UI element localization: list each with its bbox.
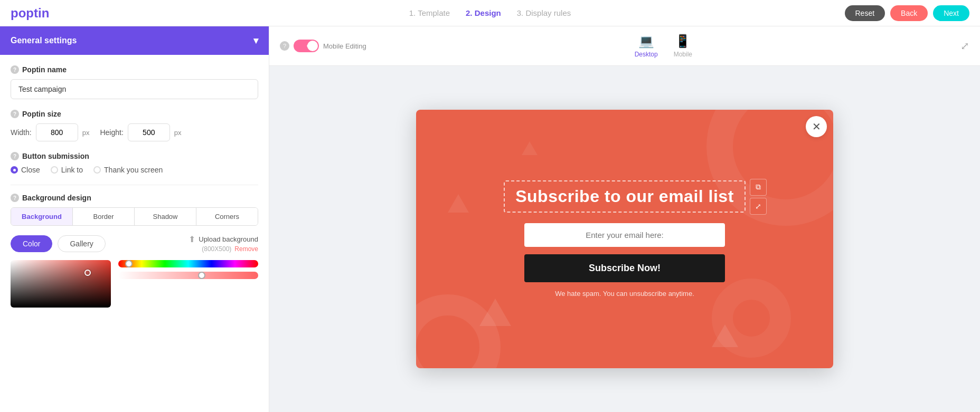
panel-body: ? Poptin name ? Poptin size Width: px bbox=[0, 55, 269, 329]
tab-border[interactable]: Border bbox=[73, 208, 135, 225]
panel-header[interactable]: General settings ▾ bbox=[0, 26, 269, 55]
popup-subscribe-button[interactable]: Subscribe Now! bbox=[524, 254, 725, 282]
left-panel: General settings ▾ ? Poptin name ? Popti… bbox=[0, 26, 269, 412]
logo: poptin bbox=[11, 6, 49, 21]
radio-close-dot bbox=[11, 166, 18, 174]
popup-preview: ✕ Subscribe to our email list ⧉ ⤢ Subscr… bbox=[416, 110, 833, 368]
poptin-name-input[interactable] bbox=[11, 79, 258, 99]
nav-buttons: Reset Back Next bbox=[845, 5, 970, 21]
color-button[interactable]: Color bbox=[11, 235, 52, 252]
radio-link-to[interactable]: Link to bbox=[51, 166, 83, 174]
color-sliders bbox=[118, 260, 258, 279]
height-group: Height: px bbox=[100, 123, 181, 141]
deco-triangle-1 bbox=[479, 299, 511, 326]
popup-title[interactable]: Subscribe to our email list bbox=[515, 187, 734, 206]
preview-area: ✕ Subscribe to our email list ⧉ ⤢ Subscr… bbox=[269, 66, 980, 412]
tab-background[interactable]: Background bbox=[11, 208, 73, 225]
deco-triangle-2 bbox=[448, 194, 469, 213]
expand-button[interactable]: ⤢ bbox=[960, 40, 969, 52]
upload-row[interactable]: ⬆ Upload background bbox=[189, 234, 258, 244]
upload-sub: (800X500) bbox=[202, 245, 231, 253]
mobile-label: Mobile bbox=[674, 51, 692, 58]
radio-close[interactable]: Close bbox=[11, 166, 40, 174]
width-label: Width: bbox=[11, 128, 32, 137]
color-gradient[interactable] bbox=[11, 260, 111, 308]
popup-title-box: Subscribe to our email list bbox=[504, 180, 746, 213]
button-submission-help-icon[interactable]: ? bbox=[11, 152, 19, 160]
background-design-group: ? Background design Background Border Sh… bbox=[11, 194, 258, 308]
radio-group: Close Link to Thank you screen bbox=[11, 166, 258, 174]
opacity-slider[interactable] bbox=[118, 272, 258, 279]
color-gallery-row: Color Gallery bbox=[11, 235, 106, 252]
width-unit: px bbox=[82, 129, 90, 137]
height-unit: px bbox=[174, 129, 182, 137]
width-input[interactable] bbox=[36, 123, 78, 141]
radio-thank-you-dot bbox=[93, 166, 101, 174]
mobile-icon: 📱 bbox=[675, 34, 691, 49]
color-picker-area bbox=[11, 260, 258, 308]
poptin-name-label: ? Poptin name bbox=[11, 65, 258, 74]
color-gallery-upload-row: Color Gallery ⬆ Upload background (800X5… bbox=[11, 234, 258, 253]
desktop-label: Desktop bbox=[635, 51, 658, 58]
divider-1 bbox=[11, 185, 258, 185]
upload-icon: ⬆ bbox=[189, 234, 195, 244]
remove-link[interactable]: Remove bbox=[234, 245, 258, 253]
step-2: 2. Design bbox=[466, 8, 501, 17]
deco-triangle-3 bbox=[712, 324, 738, 347]
height-label: Height: bbox=[100, 128, 123, 137]
steps-nav: 1. Template 2. Design 3. Display rules bbox=[409, 8, 571, 17]
mobile-editing-area: ? OFF Mobile Editing bbox=[280, 40, 366, 52]
main-layout: General settings ▾ ? Poptin name ? Popti… bbox=[0, 26, 980, 412]
mobile-toggle[interactable]: OFF bbox=[294, 40, 319, 52]
next-button[interactable]: Next bbox=[933, 5, 969, 21]
poptin-name-help-icon[interactable]: ? bbox=[11, 65, 19, 74]
button-submission-label: ? Button submission bbox=[11, 152, 258, 160]
upload-area: ⬆ Upload background (800X500) Remove bbox=[189, 234, 258, 253]
toggle-off-text: OFF bbox=[307, 43, 316, 49]
device-buttons: 💻 Desktop 📱 Mobile bbox=[635, 34, 692, 58]
toggle-track: OFF bbox=[294, 40, 319, 52]
panel-header-title: General settings bbox=[11, 36, 77, 45]
background-tabs: Background Border Shadow Corners bbox=[11, 207, 258, 226]
tab-corners[interactable]: Corners bbox=[196, 208, 258, 225]
right-panel: ? OFF Mobile Editing 💻 Desktop 📱 Mobile bbox=[269, 26, 980, 412]
popup-spam-text: We hate spam. You can unsubscribe anytim… bbox=[555, 290, 694, 298]
background-design-label: ? Background design bbox=[11, 194, 258, 202]
mobile-help-icon[interactable]: ? bbox=[280, 41, 289, 51]
upload-sub-row: (800X500) Remove bbox=[202, 245, 258, 253]
button-submission-group: ? Button submission Close Link to Thank … bbox=[11, 152, 258, 174]
upload-label: Upload background bbox=[199, 235, 258, 243]
popup-title-actions: ⧉ ⤢ bbox=[750, 179, 767, 215]
size-row: Width: px Height: px bbox=[11, 123, 258, 141]
radio-link-dot bbox=[51, 166, 58, 174]
preview-toolbar: ? OFF Mobile Editing 💻 Desktop 📱 Mobile bbox=[269, 26, 980, 66]
color-gradient-handle[interactable] bbox=[84, 270, 91, 276]
popup-email-input[interactable] bbox=[524, 223, 725, 247]
back-button[interactable]: Back bbox=[890, 5, 928, 21]
top-nav: poptin 1. Template 2. Design 3. Display … bbox=[0, 0, 980, 26]
reset-button[interactable]: Reset bbox=[845, 5, 885, 21]
desktop-device-btn[interactable]: 💻 Desktop bbox=[635, 34, 658, 58]
poptin-size-group: ? Poptin size Width: px Height: px bbox=[11, 110, 258, 141]
gallery-button[interactable]: Gallery bbox=[58, 235, 105, 252]
width-group: Width: px bbox=[11, 123, 89, 141]
tab-shadow[interactable]: Shadow bbox=[135, 208, 196, 225]
popup-close-button[interactable]: ✕ bbox=[806, 116, 827, 137]
background-design-help-icon[interactable]: ? bbox=[11, 194, 19, 202]
chevron-down-icon: ▾ bbox=[253, 35, 258, 46]
poptin-name-group: ? Poptin name bbox=[11, 65, 258, 99]
mobile-device-btn[interactable]: 📱 Mobile bbox=[674, 34, 692, 58]
popup-copy-button[interactable]: ⧉ bbox=[750, 179, 767, 196]
poptin-size-help-icon[interactable]: ? bbox=[11, 110, 19, 118]
step-3: 3. Display rules bbox=[517, 8, 571, 17]
poptin-size-label: ? Poptin size bbox=[11, 110, 258, 118]
deco-triangle-4 bbox=[522, 141, 538, 155]
popup-resize-button[interactable]: ⤢ bbox=[750, 198, 767, 215]
logo-text: poptin bbox=[11, 6, 49, 21]
radio-thank-you[interactable]: Thank you screen bbox=[93, 166, 163, 174]
desktop-icon: 💻 bbox=[638, 34, 654, 49]
height-input[interactable] bbox=[128, 123, 170, 141]
step-1: 1. Template bbox=[409, 8, 450, 17]
mobile-editing-label: Mobile Editing bbox=[323, 42, 366, 50]
hue-slider[interactable] bbox=[118, 260, 258, 267]
